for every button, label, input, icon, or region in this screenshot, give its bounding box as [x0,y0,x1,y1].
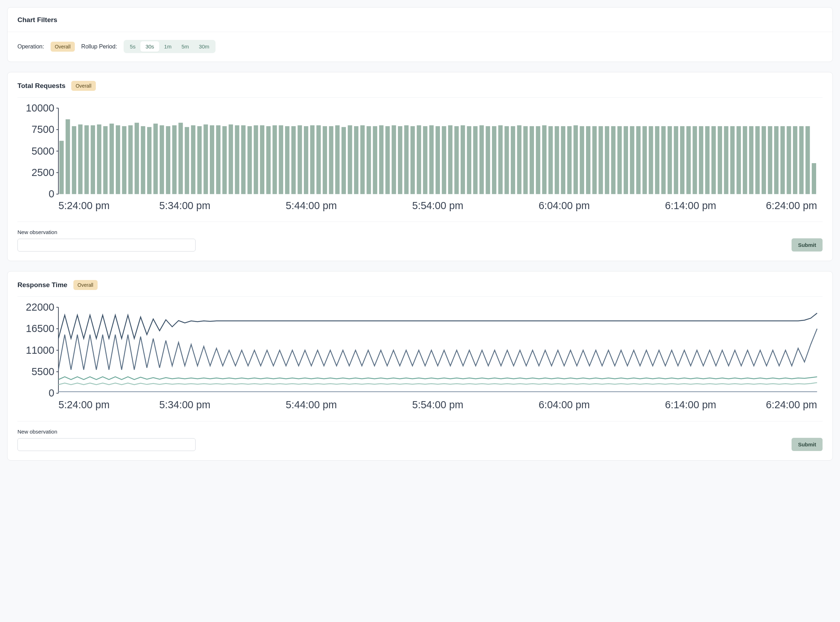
total-requests-chart: 0250050007500100005:24:00 pm5:34:00 pm5:… [8,98,832,216]
svg-text:0: 0 [49,387,54,399]
svg-text:6:14:00 pm: 6:14:00 pm [665,200,717,211]
svg-text:5:44:00 pm: 5:44:00 pm [286,399,337,410]
svg-rect-46 [279,125,283,194]
svg-rect-16 [91,125,95,194]
svg-rect-128 [793,126,797,194]
svg-text:5:54:00 pm: 5:54:00 pm [412,200,463,211]
svg-rect-20 [116,125,120,194]
svg-rect-35 [210,125,214,194]
svg-rect-82 [505,126,509,194]
rollup-option-5s[interactable]: 5s [125,41,141,52]
svg-rect-81 [499,125,503,194]
svg-rect-107 [661,126,665,194]
svg-rect-31 [185,127,189,194]
svg-text:22000: 22000 [26,303,55,313]
svg-rect-75 [460,125,465,194]
svg-rect-126 [781,126,785,194]
svg-rect-97 [599,126,603,194]
svg-text:6:04:00 pm: 6:04:00 pm [539,200,590,211]
svg-rect-51 [310,125,314,194]
operation-badge[interactable]: Overall [50,42,75,52]
card-title: Chart Filters [17,16,57,24]
svg-rect-33 [197,126,202,194]
svg-rect-44 [266,126,270,194]
svg-rect-17 [97,124,101,194]
svg-text:10000: 10000 [26,104,55,114]
svg-rect-30 [178,123,183,194]
svg-rect-54 [329,126,333,194]
svg-rect-72 [442,126,446,194]
svg-rect-127 [787,126,791,194]
svg-rect-66 [404,125,409,194]
svg-rect-38 [229,124,233,194]
svg-rect-103 [636,126,640,194]
svg-rect-77 [473,126,477,194]
svg-rect-130 [805,126,810,194]
svg-rect-65 [398,126,402,194]
svg-rect-49 [297,125,302,194]
operation-badge: Overall [73,280,98,290]
svg-rect-90 [555,126,559,194]
svg-rect-67 [410,126,415,194]
svg-rect-123 [762,126,766,194]
observation-section: New observation Submit [17,222,823,261]
svg-rect-41 [248,126,252,194]
svg-rect-116 [718,126,722,194]
svg-rect-60 [367,126,371,194]
svg-text:6:24:00 pm: 6:24:00 pm [766,200,817,211]
submit-button[interactable]: Submit [791,438,823,451]
svg-rect-108 [668,126,672,194]
svg-rect-21 [122,126,127,194]
response-time-card: Response Time Overall 055001100016500220… [7,271,833,460]
svg-rect-32 [191,125,195,194]
filters-row: Operation: Overall Rollup Period: 5s30s1… [8,32,832,62]
svg-rect-37 [222,126,227,194]
svg-rect-24 [141,126,145,194]
svg-rect-55 [335,125,340,194]
svg-text:5000: 5000 [32,145,55,157]
svg-rect-48 [291,126,296,194]
observation-input[interactable] [17,438,195,451]
svg-rect-13 [72,126,76,194]
observation-input[interactable] [17,239,195,252]
svg-rect-125 [774,126,778,194]
response-time-chart: 055001100016500220005:24:00 pm5:34:00 pm… [8,297,832,415]
submit-button[interactable]: Submit [791,238,823,252]
svg-rect-93 [573,125,578,194]
rollup-option-5m[interactable]: 5m [176,41,194,52]
svg-rect-89 [548,126,552,194]
svg-rect-120 [743,126,747,194]
rollup-segmented-control: 5s30s1m5m30m [123,40,216,53]
svg-text:6:24:00 pm: 6:24:00 pm [766,399,817,410]
svg-rect-14 [78,124,82,194]
svg-rect-50 [304,126,308,194]
svg-text:5:24:00 pm: 5:24:00 pm [58,200,110,211]
card-header: Chart Filters [8,8,832,30]
operation-label: Operation: [17,43,44,50]
svg-rect-29 [172,125,176,194]
svg-rect-117 [724,126,728,194]
svg-rect-12 [66,119,70,194]
svg-text:2500: 2500 [32,167,55,178]
svg-rect-84 [517,125,521,194]
svg-rect-124 [768,126,772,194]
svg-rect-102 [630,126,634,194]
total-requests-card: Total Requests Overall 02500500075001000… [7,72,833,261]
rollup-option-1m[interactable]: 1m [159,41,177,52]
svg-rect-45 [273,125,277,194]
svg-rect-110 [680,126,685,194]
svg-rect-40 [241,125,245,194]
svg-rect-92 [567,126,572,194]
svg-rect-56 [341,127,346,194]
svg-rect-88 [542,125,546,194]
card-header: Total Requests Overall [8,72,832,97]
rollup-option-30s[interactable]: 30s [140,41,159,52]
rollup-option-30m[interactable]: 30m [194,41,214,52]
operation-badge: Overall [71,81,96,91]
svg-rect-18 [103,126,108,194]
svg-rect-58 [354,126,358,194]
svg-rect-129 [799,126,803,194]
svg-rect-78 [480,125,484,194]
svg-rect-19 [109,123,114,194]
svg-text:5:34:00 pm: 5:34:00 pm [159,200,210,211]
